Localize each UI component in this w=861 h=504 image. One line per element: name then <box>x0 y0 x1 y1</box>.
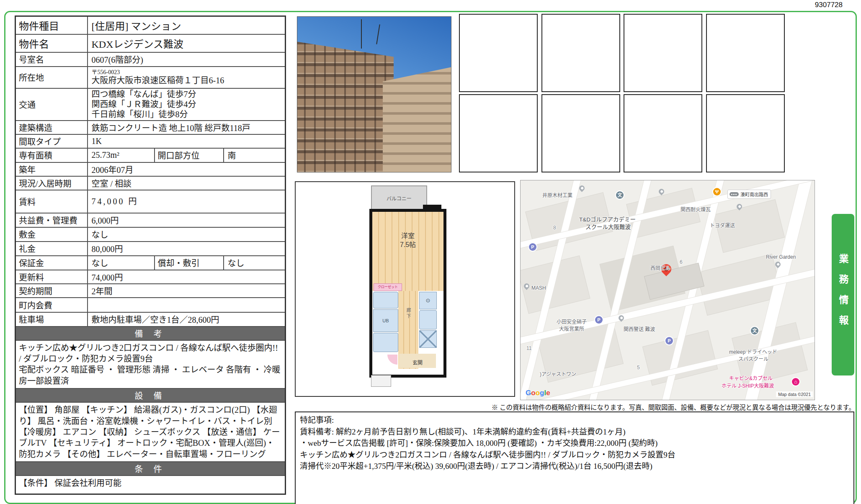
map-label: スパスクール <box>738 355 768 362</box>
field-value: 南 <box>224 148 286 162</box>
expressway-exit-icon <box>730 192 739 196</box>
field-label: 建築構造 <box>15 121 88 134</box>
field-label: 共益費・管理費 <box>15 213 88 227</box>
map-label: 関西警送 難波 <box>624 325 655 332</box>
field-label: 号室名 <box>15 52 88 67</box>
parking-icon: P <box>665 337 673 345</box>
logo-letter: o <box>531 389 535 397</box>
property-table: 物件種目 [住居用] マンション 物件名 KDXレジデンス難波 号室名 0607… <box>15 15 286 495</box>
exit-sign: 湊町南出路西 <box>727 190 771 199</box>
poi-pin-icon <box>657 188 665 195</box>
field-value: 四つ橋線「なんば」徒歩7分 関西線「ＪＲ難波」徒歩4分 千日前線「桜川」徒歩8分 <box>88 88 286 121</box>
map-label: 西岡ビル <box>650 264 670 271</box>
remarks-text: キッチン広め★グリルつき2口ガスコンロ / 各線なんば駅へ徒歩圏内!! / ダブ… <box>15 340 286 389</box>
field-value: 80,000円 <box>88 242 286 256</box>
field-label: 町内会費 <box>15 298 88 312</box>
remarks-paragraph: 宅配ボックス 暗証番号 ・ 管理形態 清掃 ・ エレベータ 各階有 ・ 冷暖房一… <box>19 364 282 386</box>
photo-placeholder <box>459 94 538 172</box>
field-label: 専有面積 <box>15 148 88 162</box>
gas-stove: ⊙ <box>419 292 437 309</box>
parking-icon: P <box>595 316 603 324</box>
parking-icon: P <box>529 243 536 251</box>
floorplan-lower-section: UB 廊下 ⊙ 玄関 <box>369 291 446 378</box>
map-label: 11 <box>526 345 531 351</box>
special-notes-title: 特記事項: <box>300 414 849 426</box>
field-value: 敷地内駐車場／空き1台／28,600円 <box>88 312 286 327</box>
special-notes-box: 特記事項: 賃料備考: 解約2ヶ月前予告日割り無し(相談可)、1年未満解約違約金… <box>295 411 854 504</box>
photo-placeholder <box>541 94 620 172</box>
access-line: 千日前線「桜川」徒歩8分 <box>92 109 283 119</box>
corridor-label: 廊下 <box>405 308 412 319</box>
field-value: 〒556-0023 大阪府大阪市浪速区稲荷１丁目6-16 <box>88 67 286 88</box>
floorplan-entrance: 玄関 <box>399 354 436 368</box>
field-value <box>88 298 286 312</box>
map-label: ホテル J-SHIP大阪難波 <box>722 382 774 389</box>
access-line: 四つ橋線「なんば」徒歩7分 <box>92 89 283 99</box>
map-label: 小田安全硝子 <box>557 318 587 325</box>
business-info-label: 業務情報 <box>836 254 850 336</box>
map-label: 湊町南出路西 <box>740 191 768 198</box>
equipment-text: 【位置】 角部屋 【キッチン】 給湯器(ガス)・ガスコンロ(2口) 【水廻り】 … <box>15 402 286 462</box>
access-line: 関西線「ＪＲ難波」徒歩4分 <box>92 99 283 109</box>
field-value: KDXレジデンス難波 <box>88 34 286 52</box>
photo-placeholder <box>706 14 785 92</box>
map-label: 大阪営業所 <box>559 325 584 332</box>
field-label: 礼金 <box>15 242 88 256</box>
antenna <box>376 24 380 44</box>
photo-placeholder <box>624 14 702 92</box>
field-label: 賃料 <box>15 190 88 213</box>
washstand-fixture <box>373 333 398 352</box>
special-note-line: 清掃代※20平米超+1,375円/平米(税込) 39,600円(退去時) / エ… <box>300 460 849 472</box>
field-label: 交通 <box>15 88 88 121</box>
field-value: なし <box>88 227 286 242</box>
kitchen-counter <box>419 310 437 329</box>
field-value: 0607(6階部分) <box>88 52 286 67</box>
map-label: 関西耐火煉瓦 <box>681 206 711 213</box>
section-header-remarks: 備 考 <box>15 327 286 340</box>
washer-space <box>419 330 437 348</box>
hotel-icon: ⌂ <box>792 378 799 386</box>
logo-letter: g <box>540 389 544 397</box>
field-label: 契約期間 <box>15 284 88 298</box>
location-map: 文 文 Ψ P P P ⌂ 井原木材工業 湊町南出路西 関西耐火煉瓦 T&Dゴル… <box>520 180 815 400</box>
address-text: 大阪府大阪市浪速区稲荷１丁目6-16 <box>92 76 283 85</box>
google-logo: Google <box>526 389 550 397</box>
document-number: 9307728 <box>815 1 843 9</box>
unit-bath: UB <box>373 309 398 332</box>
floorplan-closet: クローゼット <box>374 283 402 291</box>
section-header-conditions: 条 件 <box>15 462 286 476</box>
map-label: 6 <box>680 259 683 265</box>
field-value: 2006年07月 <box>88 162 286 176</box>
floorplan-balcony: バルコニー <box>371 185 427 211</box>
restaurant-icon: Ψ <box>713 188 721 195</box>
room-name: 洋室 <box>372 232 443 241</box>
special-note-line: ・webサービス広告掲載 [許可]・保険:保険要加入 18,000円 (要確認)… <box>300 437 849 449</box>
disclaimer-note: ※ この資料は物件の概略紹介資料になります。写真、間取図面、設備、概要などが現況… <box>492 402 855 411</box>
room-size: 7.5帖 <box>372 241 443 249</box>
map-attribution: Map data ©2021 <box>776 391 813 397</box>
photo-placeholder <box>624 94 702 172</box>
map-label: meleep ドライヘッド <box>729 348 777 355</box>
field-label: 敷金 <box>15 227 88 242</box>
field-value: 2年間 <box>88 284 286 298</box>
special-note-line: 賃料備考: 解約2ヶ月前予告日割り無し(相談可)、1年未満解約違約金有(賃料+共… <box>300 426 849 438</box>
field-label: 所在地 <box>15 67 88 88</box>
map-label: 8 <box>553 225 556 231</box>
field-label: 駐車場 <box>15 312 88 327</box>
field-value: 74,000円 <box>88 270 286 284</box>
field-label: 償却・敷引 <box>155 256 224 270</box>
field-label: 現況/入居時期 <box>15 176 88 190</box>
building-photo <box>297 16 451 172</box>
photo-placeholder <box>541 14 620 92</box>
remarks-paragraph: キッチン広め★グリルつき2口ガスコンロ / 各線なんば駅へ徒歩圏内!! / ダブ… <box>19 342 282 365</box>
field-label: 保証金 <box>15 256 88 270</box>
field-value: 1K <box>88 134 286 148</box>
map-label: トヨダ運送 <box>710 221 735 229</box>
main-building <box>297 33 394 172</box>
side-building <box>383 66 451 172</box>
field-value: 鉄筋コンクリート造 地上10階 総戸数118戸 <box>88 121 286 134</box>
conditions-text: 【条件】 保証会社利用可能 <box>15 476 286 494</box>
section-header-equipment: 設 備 <box>15 388 286 402</box>
entrance-step <box>371 375 391 387</box>
logo-letter: o <box>536 389 540 397</box>
